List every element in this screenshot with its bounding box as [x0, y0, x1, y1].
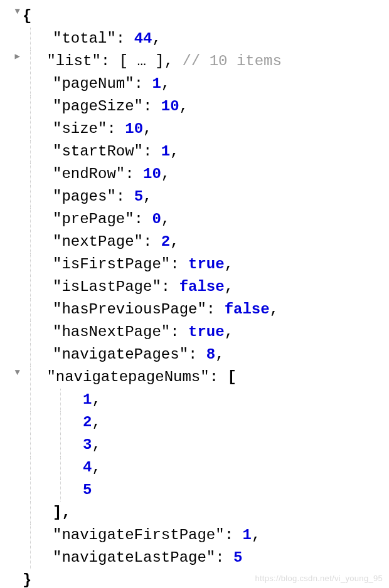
- json-value: 5: [134, 188, 143, 205]
- json-array-item: 4,: [0, 456, 389, 479]
- json-value: 4: [83, 459, 92, 476]
- json-key: "nextPage": [53, 233, 143, 250]
- json-entry-isFirstPage: "isFirstPage": true,: [0, 253, 389, 276]
- json-entry-pageNum: "pageNum": 1,: [0, 73, 389, 95]
- json-comment: // 10 items: [182, 53, 281, 70]
- json-value: 1: [161, 143, 170, 160]
- json-key: "total": [53, 30, 116, 47]
- json-value: 3: [83, 436, 92, 453]
- chevron-right-icon: ▶: [15, 50, 20, 63]
- json-entry-startRow: "startRow": 1,: [0, 140, 389, 163]
- json-key: "pageSize": [53, 98, 143, 115]
- json-entry-pages: "pages": 5,: [0, 186, 389, 208]
- json-array-item: 1,: [0, 389, 389, 411]
- json-entry-hasNextPage: "hasNextPage": true,: [0, 321, 389, 344]
- json-value: true: [188, 323, 225, 340]
- json-entry-prePage: "prePage": 0,: [0, 208, 389, 231]
- json-entry-navigateLastPage: "navigateLastPage": 5: [0, 547, 389, 569]
- json-array-item: 2,: [0, 411, 389, 434]
- json-key: "navigateFirstPage": [53, 527, 225, 543]
- json-key: "hasPreviousPage": [53, 301, 206, 318]
- json-key: "prePage": [53, 211, 134, 228]
- json-entry-navigateFirstPage: "navigateFirstPage": 1,: [0, 524, 389, 547]
- json-value: 10: [143, 165, 161, 182]
- json-value: 5: [233, 549, 242, 566]
- json-value: 44: [134, 30, 152, 47]
- json-key: "startRow": [53, 143, 143, 160]
- json-value: 10: [161, 98, 179, 115]
- json-value: true: [188, 256, 225, 273]
- json-value: 2: [83, 414, 92, 431]
- json-array-item: 3,: [0, 434, 389, 456]
- json-value: 1: [83, 391, 92, 408]
- json-key: "isFirstPage": [53, 256, 170, 273]
- json-value: 1: [242, 527, 251, 543]
- json-entry-isLastPage: "isLastPage": false,: [0, 276, 389, 298]
- open-bracket: [: [227, 369, 236, 386]
- json-key: "isLastPage": [53, 278, 161, 295]
- json-value: 5: [83, 481, 92, 498]
- json-value: 1: [152, 75, 161, 92]
- json-entry-navigatePages: "navigatePages": 8,: [0, 344, 389, 366]
- json-array-item: 5: [0, 479, 389, 501]
- json-value: false: [179, 278, 225, 295]
- json-entry-endRow: "endRow": 10,: [0, 163, 389, 186]
- json-value: 8: [206, 346, 215, 363]
- json-entry-hasPreviousPage: "hasPreviousPage": false,: [0, 298, 389, 321]
- close-bracket: ],: [53, 504, 71, 521]
- open-brace: {: [23, 8, 31, 24]
- json-key: "endRow": [53, 165, 125, 182]
- json-entry-size: "size": 10,: [0, 118, 389, 140]
- json-value: false: [225, 301, 270, 318]
- json-value: 2: [161, 233, 170, 250]
- json-key: "pages": [53, 188, 116, 205]
- fold-toggle-list[interactable]: ▶: [0, 50, 23, 63]
- collapsed-array[interactable]: [ … ],: [119, 53, 173, 70]
- json-key: "list": [46, 53, 100, 70]
- json-key: "pageNum": [53, 75, 134, 92]
- json-key: "hasNextPage": [53, 323, 170, 340]
- json-key: "navigatePages": [53, 346, 188, 363]
- json-entry-total: "total": 44,: [0, 28, 389, 50]
- json-line-open: ▼ {: [0, 5, 389, 28]
- json-value: 10: [125, 120, 143, 137]
- json-key: "size": [53, 120, 107, 137]
- watermark: https://blog.csdn.net/vi_young_95: [255, 572, 383, 585]
- json-entry-navigatepageNums: ▼ "navigatepageNums": [: [0, 366, 389, 389]
- chevron-down-icon: ▼: [15, 366, 20, 379]
- json-entry-list: ▶ "list": [ … ], // 10 items: [0, 50, 389, 73]
- json-viewer: ▼ { "total": 44, ▶ "list": [ … ], // 10 …: [0, 5, 389, 588]
- json-entry-nextPage: "nextPage": 2,: [0, 231, 389, 253]
- chevron-down-icon: ▼: [15, 5, 20, 18]
- json-key: "navigateLastPage": [53, 549, 215, 566]
- close-brace: }: [23, 572, 31, 588]
- json-value: 0: [152, 211, 161, 228]
- json-entry-pageSize: "pageSize": 10,: [0, 95, 389, 118]
- fold-toggle-navigatepageNums[interactable]: ▼: [0, 366, 23, 379]
- json-key: "navigatepageNums": [46, 369, 209, 386]
- json-line-close-array: ],: [0, 501, 389, 524]
- fold-toggle-root[interactable]: ▼: [0, 5, 23, 18]
